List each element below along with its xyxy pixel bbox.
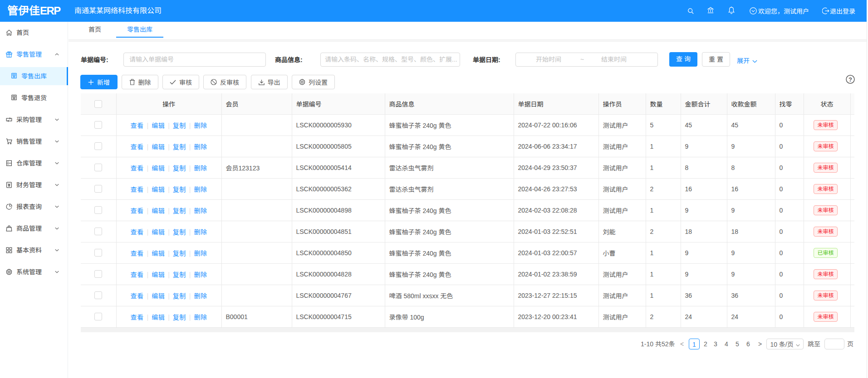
svg-text:?: ? (848, 77, 852, 83)
